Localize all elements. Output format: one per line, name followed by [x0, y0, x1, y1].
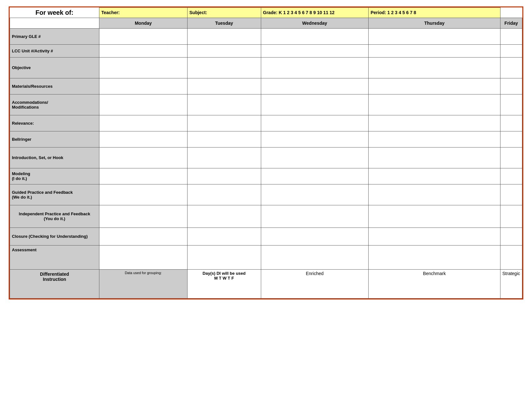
bellringer-thursday[interactable]: [369, 131, 500, 147]
lcc-unit-friday[interactable]: [500, 44, 522, 57]
assessment-wednesday[interactable]: [261, 245, 369, 269]
modeling-label: Modeling (I do it.): [10, 168, 99, 184]
objective-thursday[interactable]: [369, 57, 500, 78]
assessment-label: Assessment: [10, 245, 99, 269]
closure-label: Closure (Checking for Understanding): [10, 228, 99, 245]
guided-practice-monday[interactable]: [99, 184, 187, 205]
guided-practice-thursday[interactable]: [369, 184, 500, 205]
primary-gle-label: Primary GLE #: [10, 28, 99, 44]
friday-header: Friday: [500, 18, 522, 28]
primary-gle-thursday[interactable]: [369, 28, 500, 44]
bellringer-monday[interactable]: [99, 131, 187, 147]
objective-label: Objective: [10, 57, 99, 78]
primary-gle-monday[interactable]: [99, 28, 187, 44]
primary-gle-wednesday[interactable]: [261, 28, 369, 44]
relevance-thursday[interactable]: [369, 115, 500, 131]
closure-thursday[interactable]: [369, 228, 500, 245]
period-field[interactable]: Period: 1 2 3 4 5 6 7 8: [369, 8, 500, 18]
thursday-header: Thursday: [369, 18, 500, 28]
modeling-tuesday[interactable]: [187, 168, 261, 184]
closure-monday[interactable]: [99, 228, 187, 245]
monday-header: Monday: [99, 18, 187, 28]
days-di-cell[interactable]: Day(s) DI will be used M T W T F: [187, 269, 261, 298]
objective-friday[interactable]: [500, 57, 522, 78]
independent-practice-monday[interactable]: [99, 205, 187, 228]
relevance-monday[interactable]: [99, 115, 187, 131]
introduction-monday[interactable]: [99, 147, 187, 168]
bellringer-label: Bellringer: [10, 131, 99, 147]
materials-label: Materials/Resources: [10, 78, 99, 94]
benchmark-cell[interactable]: Benchmark: [369, 269, 500, 298]
objective-tuesday[interactable]: [187, 57, 261, 78]
independent-practice-wednesday[interactable]: [261, 205, 369, 228]
tuesday-header: Tuesday: [187, 18, 261, 28]
independent-practice-thursday[interactable]: [369, 205, 500, 228]
introduction-friday[interactable]: [500, 147, 522, 168]
modeling-monday[interactable]: [99, 168, 187, 184]
enriched-cell[interactable]: Enriched: [261, 269, 369, 298]
modeling-friday[interactable]: [500, 168, 522, 184]
objective-wednesday[interactable]: [261, 57, 369, 78]
accommodations-tuesday[interactable]: [187, 94, 261, 115]
materials-wednesday[interactable]: [261, 78, 369, 94]
objective-monday[interactable]: [99, 57, 187, 78]
closure-tuesday[interactable]: [187, 228, 261, 245]
materials-monday[interactable]: [99, 78, 187, 94]
independent-practice-tuesday[interactable]: [187, 205, 261, 228]
lcc-unit-thursday[interactable]: [369, 44, 500, 57]
introduction-label: Introduction, Set, or Hook: [10, 147, 99, 168]
closure-wednesday[interactable]: [261, 228, 369, 245]
accommodations-thursday[interactable]: [369, 94, 500, 115]
guided-practice-label: Guided Practice and Feedback (We do it.): [10, 184, 99, 205]
modeling-thursday[interactable]: [369, 168, 500, 184]
days-di-label: Day(s) DI will be used: [189, 271, 259, 276]
guided-practice-friday[interactable]: [500, 184, 522, 205]
guided-practice-wednesday[interactable]: [261, 184, 369, 205]
bellringer-tuesday[interactable]: [187, 131, 261, 147]
materials-tuesday[interactable]: [187, 78, 261, 94]
lcc-unit-monday[interactable]: [99, 44, 187, 57]
accommodations-friday[interactable]: [500, 94, 522, 115]
introduction-thursday[interactable]: [369, 147, 500, 168]
assessment-monday[interactable]: [99, 245, 187, 269]
assessment-friday[interactable]: [500, 245, 522, 269]
lcc-unit-label: LCC Unit #/Activity #: [10, 44, 99, 57]
materials-friday[interactable]: [500, 78, 522, 94]
primary-gle-friday[interactable]: [500, 28, 522, 44]
accommodations-monday[interactable]: [99, 94, 187, 115]
independent-practice-friday[interactable]: [500, 205, 522, 228]
lcc-unit-wednesday[interactable]: [261, 44, 369, 57]
relevance-wednesday[interactable]: [261, 115, 369, 131]
days-di-days: M T W T F: [189, 276, 259, 281]
bellringer-friday[interactable]: [500, 131, 522, 147]
modeling-wednesday[interactable]: [261, 168, 369, 184]
relevance-label: Relevance:: [10, 115, 99, 131]
introduction-tuesday[interactable]: [187, 147, 261, 168]
closure-friday[interactable]: [500, 228, 522, 245]
relevance-tuesday[interactable]: [187, 115, 261, 131]
relevance-friday[interactable]: [500, 115, 522, 131]
materials-thursday[interactable]: [369, 78, 500, 94]
data-used-label: Data used for grouping:: [99, 269, 187, 298]
teacher-field[interactable]: Teacher:: [99, 8, 187, 18]
primary-gle-tuesday[interactable]: [187, 28, 261, 44]
independent-practice-label: Independent Practice and Feedback (You d…: [10, 205, 99, 228]
for-week-label: For week of:: [10, 8, 99, 18]
lcc-unit-tuesday[interactable]: [187, 44, 261, 57]
grade-field[interactable]: Grade: K 1 2 3 4 5 6 7 8 9 10 11 12: [261, 8, 369, 18]
lesson-plan-container: For week of: Teacher: Subject: Grade: K …: [9, 6, 523, 299]
assessment-tuesday[interactable]: [187, 245, 261, 269]
guided-practice-tuesday[interactable]: [187, 184, 261, 205]
bellringer-wednesday[interactable]: [261, 131, 369, 147]
accommodations-wednesday[interactable]: [261, 94, 369, 115]
di-label: Differentiated Instruction: [10, 269, 99, 298]
introduction-wednesday[interactable]: [261, 147, 369, 168]
strategic-cell[interactable]: Strategic: [500, 269, 522, 298]
subject-field[interactable]: Subject:: [187, 8, 261, 18]
accommodations-label: Accommodations/ Modifications: [10, 94, 99, 115]
assessment-thursday[interactable]: [369, 245, 500, 269]
wednesday-header: Wednesday: [261, 18, 369, 28]
